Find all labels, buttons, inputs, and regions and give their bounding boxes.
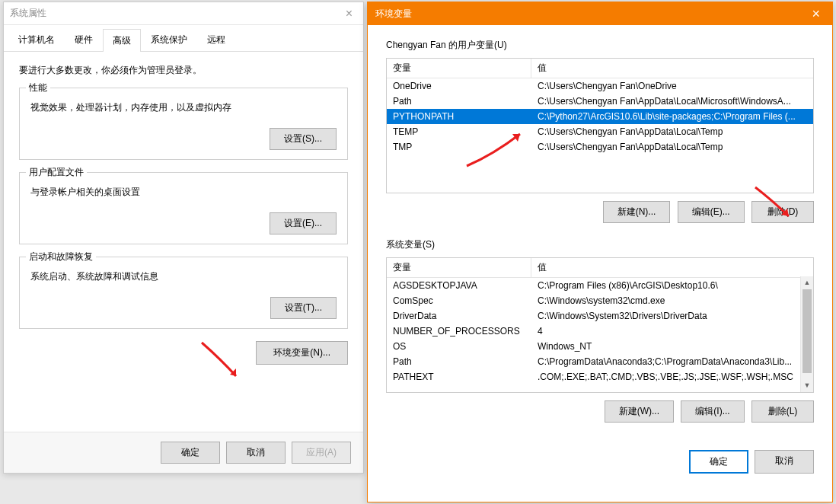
- system-properties-titlebar[interactable]: 系统属性 ×: [4, 2, 363, 25]
- tab-remote[interactable]: 远程: [197, 28, 235, 51]
- var-value: C:\Users\Chengyan Fan\AppData\Local\Temp: [531, 124, 813, 139]
- user-vars-label: Chengyan Fan 的用户变量(U): [386, 39, 814, 52]
- var-name: PYTHONPATH: [387, 109, 531, 124]
- var-value: C:\Users\Chengyan Fan\AppData\Local\Micr…: [531, 94, 813, 109]
- table-row[interactable]: PathC:\ProgramData\Anaconda3;C:\ProgramD…: [387, 354, 813, 369]
- sys-edit-button[interactable]: 编辑(I)...: [681, 400, 744, 423]
- sys-vars-table[interactable]: 变量 值 AGSDESKTOPJAVAC:\Program Files (x86…: [386, 257, 814, 393]
- table-row[interactable]: DriverDataC:\Windows\System32\Drivers\Dr…: [387, 308, 813, 324]
- table-row[interactable]: AGSDESKTOPJAVAC:\Program Files (x86)\Arc…: [387, 278, 813, 293]
- system-properties-dialog: 系统属性 × 计算机名 硬件 高级 系统保护 远程 要进行大多数更改，你必须作为…: [3, 2, 364, 474]
- var-value: C:\Windows\system32\cmd.exe: [531, 293, 813, 308]
- var-name: OS: [387, 339, 531, 354]
- performance-title: 性能: [26, 81, 50, 94]
- cancel-button[interactable]: 取消: [226, 442, 286, 464]
- close-icon[interactable]: ×: [341, 7, 357, 21]
- var-value: 4: [531, 324, 813, 339]
- table-row[interactable]: NUMBER_OF_PROCESSORS4: [387, 324, 813, 339]
- env-body: Chengyan Fan 的用户变量(U) 变量 值 OneDriveC:\Us…: [368, 25, 832, 438]
- var-name: OneDrive: [387, 78, 531, 94]
- header-value[interactable]: 值: [531, 59, 813, 78]
- system-properties-body: 要进行大多数更改，你必须作为管理员登录。 性能 视觉效果，处理器计划，内存使用，…: [4, 52, 363, 377]
- environment-variables-button[interactable]: 环境变量(N)...: [256, 341, 348, 365]
- var-name: ComSpec: [387, 293, 531, 308]
- profiles-title: 用户配置文件: [26, 166, 87, 179]
- sys-delete-button[interactable]: 删除(L): [751, 400, 814, 423]
- performance-desc: 视觉效果，处理器计划，内存使用，以及虚拟内存: [30, 100, 337, 114]
- tabstrip: 计算机名 硬件 高级 系统保护 远程: [4, 25, 363, 52]
- close-icon[interactable]: ×: [807, 6, 825, 22]
- environment-variables-dialog: 环境变量 × Chengyan Fan 的用户变量(U) 变量 值 OneDri…: [367, 2, 833, 502]
- profiles-settings-button[interactable]: 设置(E)...: [270, 212, 337, 234]
- profiles-desc: 与登录帐户相关的桌面设置: [30, 185, 337, 199]
- var-name: NUMBER_OF_PROCESSORS: [387, 324, 531, 339]
- var-value: C:\ProgramData\Anaconda3;C:\ProgramData\…: [531, 354, 813, 369]
- ok-button[interactable]: 确定: [161, 442, 220, 464]
- tab-advanced[interactable]: 高级: [103, 29, 141, 52]
- performance-settings-button[interactable]: 设置(S)...: [270, 128, 337, 150]
- startup-group: 启动和故障恢复 系统启动、系统故障和调试信息 设置(T)...: [19, 257, 348, 329]
- user-vars-buttons: 新建(N)... 编辑(E)... 删除(D): [386, 201, 814, 223]
- scrollbar[interactable]: ▲ ▼: [800, 276, 813, 392]
- table-row[interactable]: PathC:\Users\Chengyan Fan\AppData\Local\…: [387, 94, 813, 109]
- scroll-up-icon[interactable]: ▲: [801, 276, 813, 289]
- var-value: C:\Windows\System32\Drivers\DriverData: [531, 308, 813, 324]
- user-edit-button[interactable]: 编辑(E)...: [678, 201, 745, 223]
- startup-settings-button[interactable]: 设置(T)...: [270, 297, 337, 319]
- env-cancel-button[interactable]: 取消: [755, 450, 814, 474]
- env-footer: 确定 取消: [368, 438, 832, 486]
- startup-title: 启动和故障恢复: [26, 250, 96, 263]
- apply-button: 应用(A): [292, 442, 351, 464]
- var-name: TMP: [387, 139, 531, 155]
- table-row[interactable]: TEMPC:\Users\Chengyan Fan\AppData\Local\…: [387, 124, 813, 139]
- var-name: Path: [387, 354, 531, 369]
- user-new-button[interactable]: 新建(N)...: [603, 201, 671, 223]
- sys-new-button[interactable]: 新建(W)...: [605, 400, 674, 423]
- var-value: C:\Users\Chengyan Fan\OneDrive: [531, 78, 813, 94]
- var-value: Windows_NT: [531, 339, 813, 354]
- sys-vars-label: 系统变量(S): [386, 238, 814, 251]
- performance-group: 性能 视觉效果，处理器计划，内存使用，以及虚拟内存 设置(S)...: [19, 88, 348, 160]
- var-name: Path: [387, 94, 531, 109]
- var-value: .COM;.EXE;.BAT;.CMD;.VBS;.VBE;.JS;.JSE;.…: [531, 369, 813, 384]
- header-variable[interactable]: 变量: [387, 59, 531, 78]
- table-row[interactable]: OneDriveC:\Users\Chengyan Fan\OneDrive: [387, 78, 813, 94]
- var-value: C:\Users\Chengyan Fan\AppData\Local\Temp: [531, 139, 813, 155]
- var-name: PATHEXT: [387, 369, 531, 384]
- profiles-group: 用户配置文件 与登录帐户相关的桌面设置 设置(E)...: [19, 172, 348, 244]
- table-row[interactable]: TMPC:\Users\Chengyan Fan\AppData\Local\T…: [387, 139, 813, 155]
- user-delete-button[interactable]: 删除(D): [751, 201, 814, 223]
- env-titlebar[interactable]: 环境变量 ×: [368, 2, 832, 25]
- table-row[interactable]: PYTHONPATHC:\Python27\ArcGIS10.6\Lib\sit…: [387, 109, 813, 124]
- scroll-down-icon[interactable]: ▼: [801, 379, 813, 392]
- env-dialog-title: 环境变量: [375, 8, 807, 21]
- var-name: DriverData: [387, 308, 531, 324]
- var-name: AGSDESKTOPJAVA: [387, 278, 531, 293]
- sys-vars-buttons: 新建(W)... 编辑(I)... 删除(L): [386, 400, 814, 423]
- table-row[interactable]: PATHEXT.COM;.EXE;.BAT;.CMD;.VBS;.VBE;.JS…: [387, 369, 813, 384]
- system-properties-footer: 确定 取消 应用(A): [4, 432, 363, 473]
- tab-computer-name[interactable]: 计算机名: [8, 28, 65, 51]
- user-vars-header: 变量 值: [387, 59, 813, 78]
- header-variable[interactable]: 变量: [387, 258, 531, 277]
- system-properties-title: 系统属性: [10, 7, 341, 20]
- user-vars-table[interactable]: 变量 值 OneDriveC:\Users\Chengyan Fan\OneDr…: [386, 58, 814, 193]
- startup-desc: 系统启动、系统故障和调试信息: [30, 270, 337, 283]
- table-row[interactable]: ComSpecC:\Windows\system32\cmd.exe: [387, 293, 813, 308]
- header-value[interactable]: 值: [531, 258, 813, 277]
- table-row[interactable]: OSWindows_NT: [387, 339, 813, 354]
- admin-note: 要进行大多数更改，你必须作为管理员登录。: [19, 64, 348, 77]
- tab-system-protection[interactable]: 系统保护: [141, 28, 197, 51]
- tab-hardware[interactable]: 硬件: [65, 28, 103, 51]
- var-value: C:\Program Files (x86)\ArcGIS\Desktop10.…: [531, 278, 813, 293]
- sys-vars-header: 变量 值: [387, 258, 813, 278]
- env-ok-button[interactable]: 确定: [689, 450, 748, 474]
- var-name: TEMP: [387, 124, 531, 139]
- scrollbar-thumb[interactable]: [802, 289, 812, 373]
- var-value: C:\Python27\ArcGIS10.6\Lib\site-packages…: [531, 109, 813, 124]
